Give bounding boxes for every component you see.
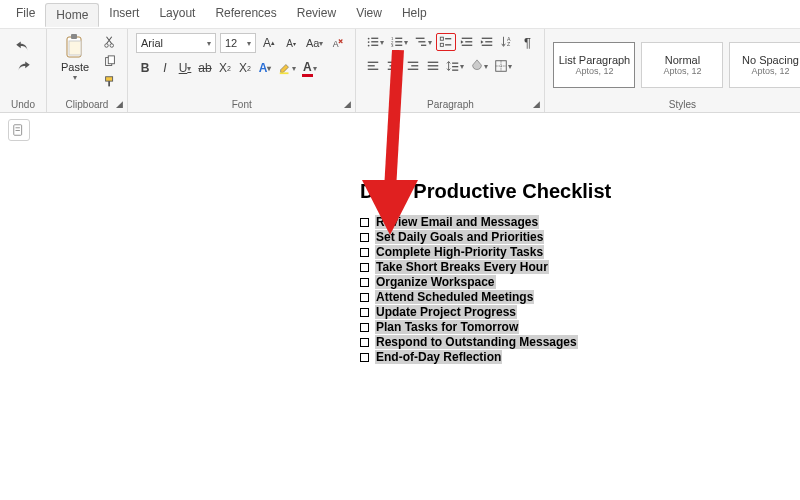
format-painter-button[interactable] <box>101 73 119 91</box>
svg-point-4 <box>110 44 114 48</box>
increase-indent-button[interactable] <box>478 33 496 51</box>
checkbox-icon[interactable] <box>360 278 369 287</box>
checklist-item-text: Respond to Outstanding Messages <box>375 335 578 349</box>
checklist-item[interactable]: Respond to Outstanding Messages <box>360 335 760 349</box>
svg-rect-22 <box>396 45 403 46</box>
checkbox-icon[interactable] <box>360 308 369 317</box>
checkbox-icon[interactable] <box>360 263 369 272</box>
menu-references[interactable]: References <box>205 2 286 26</box>
highlight-button[interactable]: ▾ <box>276 59 298 77</box>
menu-review[interactable]: Review <box>287 2 346 26</box>
paragraph-group-label: Paragraph <box>364 97 536 110</box>
font-size-select[interactable]: 12 ▾ <box>220 33 256 53</box>
chevron-down-icon: ▾ <box>207 39 211 48</box>
svg-rect-12 <box>372 38 379 39</box>
checkbox-icon[interactable] <box>360 338 369 347</box>
checklist-item-text: Organize Workspace <box>375 275 496 289</box>
grow-font-button[interactable]: A▴ <box>260 34 278 52</box>
menu-help[interactable]: Help <box>392 2 437 26</box>
svg-rect-7 <box>106 77 113 81</box>
checklist-item-text: Review Email and Messages <box>375 215 539 229</box>
checklist-item[interactable]: Plan Tasks for Tomorrow <box>360 320 760 334</box>
italic-button[interactable]: I <box>156 59 174 77</box>
paste-label: Paste <box>61 61 89 73</box>
font-size-value: 12 <box>225 37 237 49</box>
font-name-select[interactable]: Arial ▾ <box>136 33 216 53</box>
menu-file[interactable]: File <box>6 2 45 26</box>
checkbox-icon[interactable] <box>360 233 369 242</box>
cut-button[interactable] <box>101 33 119 51</box>
font-name-value: Arial <box>141 37 163 49</box>
shading-button[interactable]: ▾ <box>468 57 490 75</box>
decrease-indent-button[interactable] <box>458 33 476 51</box>
copy-button[interactable] <box>101 53 119 71</box>
checkbox-icon[interactable] <box>360 353 369 362</box>
menu-view[interactable]: View <box>346 2 392 26</box>
clipboard-group-label: Clipboard <box>55 97 119 110</box>
checklist-item[interactable]: Set Daily Goals and Priorities <box>360 230 760 244</box>
strikethrough-button[interactable]: ab <box>196 59 214 77</box>
show-marks-button[interactable]: ¶ <box>518 33 536 51</box>
menu-insert[interactable]: Insert <box>99 2 149 26</box>
checklist-item[interactable]: End-of-Day Reflection <box>360 350 760 364</box>
borders-button[interactable]: ▾ <box>492 57 514 75</box>
checklist[interactable]: Review Email and MessagesSet Daily Goals… <box>360 215 760 364</box>
svg-rect-50 <box>453 63 459 64</box>
bullets-button[interactable]: ▾ <box>364 33 386 51</box>
underline-button[interactable]: U▾ <box>176 59 194 77</box>
font-dialog-launcher[interactable]: ◢ <box>344 99 351 109</box>
svg-rect-34 <box>486 41 493 42</box>
paste-button[interactable]: Paste ▾ <box>55 33 95 82</box>
font-color-button[interactable]: A▾ <box>300 59 319 77</box>
ribbon: Undo Paste ▾ Clipboard ◢ Arial <box>0 29 800 113</box>
clear-formatting-button[interactable]: A <box>329 34 347 52</box>
svg-text:Z: Z <box>507 41 511 47</box>
clipboard-dialog-launcher[interactable]: ◢ <box>116 99 123 109</box>
checklist-button[interactable] <box>436 33 456 51</box>
checklist-item[interactable]: Attend Scheduled Meetings <box>360 290 760 304</box>
justify-button[interactable] <box>424 57 442 75</box>
text-effects-button[interactable]: A▾ <box>256 59 274 77</box>
checkbox-icon[interactable] <box>360 293 369 302</box>
align-right-button[interactable] <box>404 57 422 75</box>
redo-button[interactable] <box>14 58 32 76</box>
checklist-item[interactable]: Complete High-Priority Tasks <box>360 245 760 259</box>
checklist-item[interactable]: Take Short Breaks Every Hour <box>360 260 760 274</box>
svg-rect-42 <box>390 65 397 66</box>
style-card[interactable]: List ParagraphAptos, 12 <box>553 42 635 88</box>
menu-layout[interactable]: Layout <box>149 2 205 26</box>
checkbox-icon[interactable] <box>360 218 369 227</box>
checklist-item[interactable]: Organize Workspace <box>360 275 760 289</box>
checklist-item-text: Set Daily Goals and Priorities <box>375 230 544 244</box>
document-outline-button[interactable] <box>8 119 30 141</box>
svg-rect-41 <box>388 62 399 63</box>
bold-button[interactable]: B <box>136 59 154 77</box>
svg-rect-48 <box>428 65 439 66</box>
shrink-font-button[interactable]: A▾ <box>282 34 300 52</box>
line-spacing-button[interactable]: ▾ <box>444 57 466 75</box>
numbering-button[interactable]: 123▾ <box>388 33 410 51</box>
svg-rect-20 <box>396 41 403 42</box>
subscript-button[interactable]: X2 <box>216 59 234 77</box>
undo-button[interactable] <box>14 38 32 56</box>
svg-rect-43 <box>388 69 399 70</box>
style-card[interactable]: No SpacingAptos, 12 <box>729 42 800 88</box>
change-case-button[interactable]: Aa▾ <box>304 34 325 52</box>
align-center-button[interactable] <box>384 57 402 75</box>
checklist-item[interactable]: Review Email and Messages <box>360 215 760 229</box>
sort-button[interactable]: AZ <box>498 33 516 51</box>
checklist-item[interactable]: Update Project Progress <box>360 305 760 319</box>
paragraph-dialog-launcher[interactable]: ◢ <box>533 99 540 109</box>
svg-rect-45 <box>412 65 419 66</box>
menu-home[interactable]: Home <box>45 3 99 27</box>
style-sub: Aptos, 12 <box>575 66 613 76</box>
svg-rect-31 <box>466 41 473 42</box>
style-sub: Aptos, 12 <box>751 66 789 76</box>
checkbox-icon[interactable] <box>360 248 369 257</box>
multilevel-list-button[interactable]: ▾ <box>412 33 434 51</box>
align-left-button[interactable] <box>364 57 382 75</box>
svg-text:A: A <box>333 39 339 49</box>
checkbox-icon[interactable] <box>360 323 369 332</box>
superscript-button[interactable]: X2 <box>236 59 254 77</box>
style-card[interactable]: NormalAptos, 12 <box>641 42 723 88</box>
